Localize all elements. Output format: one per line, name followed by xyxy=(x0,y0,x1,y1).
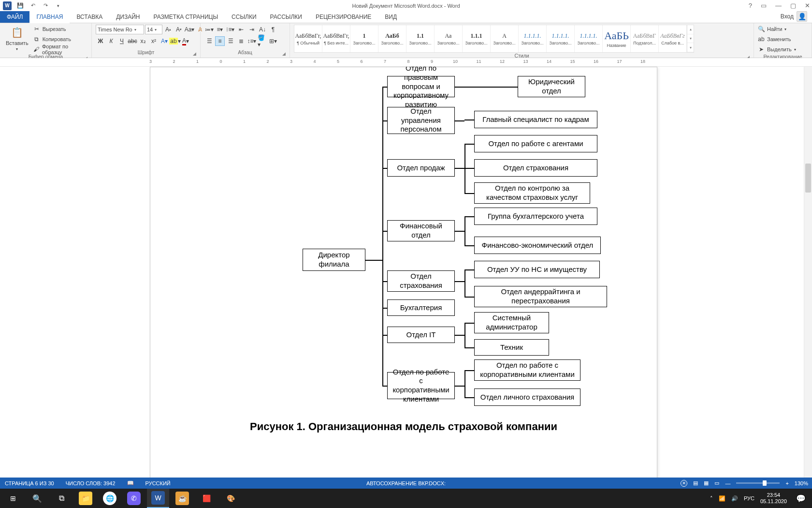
wifi-icon[interactable]: 📶 xyxy=(719,495,725,502)
style-item[interactable]: АЗаголово... xyxy=(491,25,519,52)
view-web-icon[interactable]: ▭ xyxy=(714,480,719,486)
cut-button[interactable]: ✂Вырезать xyxy=(33,25,87,33)
status-proofing-icon[interactable]: 📖 xyxy=(127,480,134,486)
style-item[interactable]: АаБбВвГг,¶ Обычный xyxy=(294,25,322,52)
undo-icon[interactable]: ↶ xyxy=(29,2,37,10)
tray-language[interactable]: РУС xyxy=(744,495,754,501)
help-icon[interactable]: ? xyxy=(749,2,752,9)
app-icon-1[interactable]: ☕ xyxy=(171,489,193,508)
chrome-icon[interactable]: 🌐 xyxy=(99,489,121,508)
align-center-button[interactable]: ≡ xyxy=(215,36,225,46)
line-spacing-button[interactable]: ↕≡▾ xyxy=(247,36,257,46)
justify-button[interactable]: ≣ xyxy=(236,36,246,46)
style-item[interactable]: 1.1.1.1.Заголово... xyxy=(575,25,603,52)
save-icon[interactable]: 💾 xyxy=(16,2,24,10)
zoom-out-button[interactable]: — xyxy=(725,480,730,486)
style-scroll-2[interactable]: ▾ xyxy=(687,43,694,52)
borders-button[interactable]: ⊞▾ xyxy=(268,36,278,46)
align-right-button[interactable]: ☰ xyxy=(226,36,235,46)
page-content[interactable]: Директор филиалаОтдел по правовым вопрос… xyxy=(150,67,657,489)
font-name-select[interactable]: Times New Ro▾ xyxy=(96,25,144,34)
taskbar-search-icon[interactable]: 🔍 xyxy=(26,489,48,508)
maximize-icon[interactable]: ▢ xyxy=(790,2,796,9)
signin-link[interactable]: Вход xyxy=(781,13,794,20)
style-item[interactable]: АаБбВвГг,¶ Без инте... xyxy=(322,25,350,52)
font-dialog-launcher[interactable]: ◢ xyxy=(193,51,196,56)
redo-icon[interactable]: ↷ xyxy=(42,2,49,10)
app-icon-2[interactable]: 🟥 xyxy=(195,489,218,508)
show-marks-button[interactable]: ¶ xyxy=(268,25,278,34)
style-scroll-1[interactable]: ▾ xyxy=(687,34,694,44)
paste-button[interactable]: 📋 Вставить ▾ xyxy=(4,25,30,52)
select-button[interactable]: ➤Выделить▾ xyxy=(758,45,796,54)
style-item[interactable]: АаЗаголово... xyxy=(435,25,463,52)
ribbon-display-icon[interactable]: ▭ xyxy=(761,2,767,9)
volume-icon[interactable]: 🔊 xyxy=(731,495,738,502)
bold-button[interactable]: Ж xyxy=(96,36,105,46)
style-item[interactable]: АаБбВвГгСлабое в... xyxy=(659,25,687,52)
style-item[interactable]: 1.1Заголово... xyxy=(406,25,435,52)
close-icon[interactable]: ✕ xyxy=(805,2,810,9)
style-item[interactable]: АаБбЗаголово... xyxy=(378,25,406,52)
tab-references[interactable]: ССЫЛКИ xyxy=(225,11,263,23)
scrollbar-thumb[interactable] xyxy=(805,164,811,193)
user-avatar-icon[interactable]: 👤 xyxy=(797,11,807,22)
action-center-icon[interactable]: 💬 xyxy=(793,489,809,508)
style-item[interactable]: 1.1.1.1.Заголово... xyxy=(547,25,575,52)
find-button[interactable]: 🔍Найти▾ xyxy=(758,25,796,33)
tab-file[interactable]: ФАЙЛ xyxy=(0,11,29,23)
status-page[interactable]: СТРАНИЦА 6 ИЗ 30 xyxy=(5,480,54,486)
change-case-button[interactable]: Aa▾ xyxy=(185,25,194,34)
font-color-button[interactable]: A▾ xyxy=(181,36,190,46)
shrink-font-button[interactable]: A▾ xyxy=(174,25,184,34)
underline-button[interactable]: Ч xyxy=(117,36,127,46)
style-item[interactable]: АаБбВвГПодзагол... xyxy=(631,25,659,52)
tab-design[interactable]: ДИЗАЙН xyxy=(109,11,146,23)
status-close-autosave-icon[interactable]: ✕ xyxy=(681,480,687,487)
grow-font-button[interactable]: A▴ xyxy=(163,25,173,34)
view-read-icon[interactable]: ▤ xyxy=(693,480,698,486)
style-item[interactable]: 1.1.1Заголово... xyxy=(463,25,491,52)
word-taskbar-icon[interactable]: W xyxy=(147,489,169,508)
style-scroll-0[interactable]: ▴ xyxy=(687,25,694,34)
tab-view[interactable]: ВИД xyxy=(378,11,404,23)
bullets-button[interactable]: ≔▾ xyxy=(204,25,214,34)
viber-icon[interactable]: ✆ xyxy=(123,489,145,508)
sort-button[interactable]: A↓ xyxy=(258,25,267,34)
tab-home[interactable]: ГЛАВНАЯ xyxy=(29,11,70,23)
zoom-level[interactable]: 130% xyxy=(795,480,808,486)
decrease-indent-button[interactable]: ⇤ xyxy=(236,25,246,34)
start-button[interactable]: ⊞ xyxy=(2,489,24,508)
tab-layout[interactable]: РАЗМЕТКА СТРАНИЦЫ xyxy=(147,11,225,23)
zoom-slider[interactable] xyxy=(736,482,780,484)
paragraph-dialog-launcher[interactable]: ◢ xyxy=(282,51,286,56)
style-item[interactable]: 1Заголово... xyxy=(350,25,378,52)
replace-button[interactable]: abЗаменить xyxy=(758,35,796,44)
qat-customize-icon[interactable]: ▾ xyxy=(54,2,62,10)
copy-button[interactable]: ⧉Копировать xyxy=(33,35,87,44)
style-item[interactable]: АаБЬНазвание xyxy=(603,25,631,52)
format-painter-button[interactable]: 🖌Формат по образцу xyxy=(33,45,87,54)
multilevel-button[interactable]: ⁝≡▾ xyxy=(226,25,235,34)
align-left-button[interactable]: ☰ xyxy=(204,36,214,46)
increase-indent-button[interactable]: ⇥ xyxy=(247,25,257,34)
paint-icon[interactable]: 🎨 xyxy=(219,489,242,508)
minimize-icon[interactable]: — xyxy=(775,2,782,9)
text-effects-button[interactable]: A▾ xyxy=(160,36,169,46)
strikethrough-button[interactable]: abc xyxy=(128,36,137,46)
tab-review[interactable]: РЕЦЕНЗИРОВАНИЕ xyxy=(309,11,378,23)
tab-mailings[interactable]: РАССЫЛКИ xyxy=(263,11,309,23)
vertical-scrollbar[interactable] xyxy=(804,67,812,489)
subscript-button[interactable]: x₂ xyxy=(138,36,148,46)
numbering-button[interactable]: ≡▾ xyxy=(215,25,225,34)
file-explorer-icon[interactable]: 📁 xyxy=(74,489,97,508)
task-view-icon[interactable]: ⧉ xyxy=(50,489,72,508)
view-print-icon[interactable]: ▦ xyxy=(704,480,709,486)
shading-button[interactable]: 🪣▾ xyxy=(258,36,267,46)
tray-clock[interactable]: 23:54 05.11.2020 xyxy=(760,492,787,504)
style-item[interactable]: 1.1.1.1.Заголово... xyxy=(519,25,547,52)
status-words[interactable]: ЧИСЛО СЛОВ: 3942 xyxy=(66,480,116,486)
italic-button[interactable]: К xyxy=(106,36,116,46)
font-size-select[interactable]: 14▾ xyxy=(145,25,162,34)
horizontal-ruler[interactable]: 3210123456789101112131415161718 xyxy=(0,58,812,67)
